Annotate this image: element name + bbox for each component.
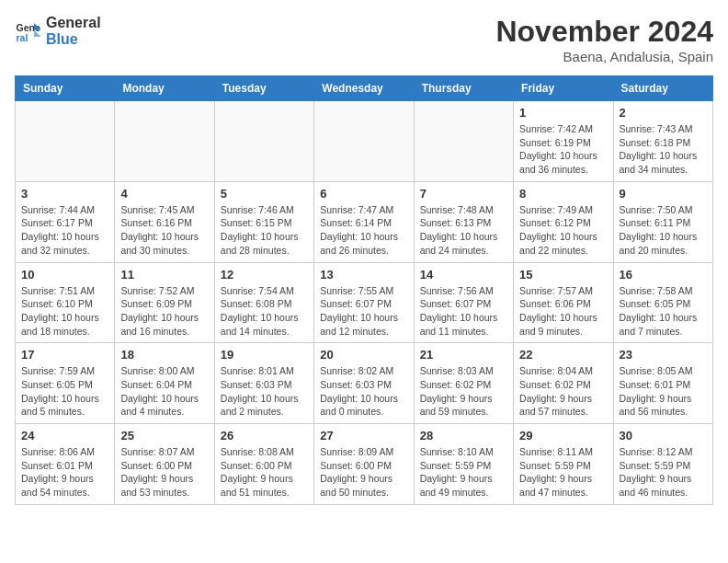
day-number: 29	[519, 429, 607, 442]
calendar-body: 1Sunrise: 7:42 AM Sunset: 6:19 PM Daylig…	[16, 101, 713, 505]
day-number: 11	[120, 268, 208, 282]
day-info: Sunrise: 8:04 AM Sunset: 6:02 PM Dayligh…	[519, 364, 607, 419]
day-number: 25	[120, 429, 208, 442]
calendar-day-cell	[414, 101, 513, 182]
day-info: Sunrise: 7:43 AM Sunset: 6:18 PM Dayligh…	[620, 122, 707, 177]
logo: Gene ral General Blue	[15, 15, 101, 47]
day-info: Sunrise: 7:45 AM Sunset: 6:16 PM Dayligh…	[120, 203, 208, 258]
day-number: 5	[221, 187, 308, 201]
day-number: 21	[420, 348, 507, 362]
day-info: Sunrise: 7:48 AM Sunset: 6:13 PM Dayligh…	[420, 203, 507, 258]
calendar-day-cell	[314, 101, 414, 182]
day-info: Sunrise: 7:55 AM Sunset: 6:07 PM Dayligh…	[320, 284, 407, 339]
day-number: 12	[221, 268, 308, 282]
day-info: Sunrise: 8:01 AM Sunset: 6:03 PM Dayligh…	[221, 364, 308, 419]
day-info: Sunrise: 7:44 AM Sunset: 6:17 PM Dayligh…	[21, 203, 108, 258]
calendar-day-cell: 6Sunrise: 7:47 AM Sunset: 6:14 PM Daylig…	[314, 181, 414, 262]
calendar-day-cell	[214, 101, 313, 182]
calendar-day-cell: 14Sunrise: 7:56 AM Sunset: 6:07 PM Dayli…	[414, 262, 513, 343]
calendar-day-cell: 5Sunrise: 7:46 AM Sunset: 6:15 PM Daylig…	[214, 181, 313, 262]
day-number: 3	[21, 187, 108, 201]
weekday-header-row: SundayMondayTuesdayWednesdayThursdayFrid…	[16, 76, 713, 101]
day-info: Sunrise: 8:06 AM Sunset: 6:01 PM Dayligh…	[21, 445, 108, 500]
calendar-day-cell: 9Sunrise: 7:50 AM Sunset: 6:11 PM Daylig…	[613, 181, 712, 262]
day-number: 10	[21, 268, 108, 282]
day-number: 2	[620, 106, 707, 120]
day-info: Sunrise: 7:56 AM Sunset: 6:07 PM Dayligh…	[420, 284, 507, 339]
day-info: Sunrise: 7:58 AM Sunset: 6:05 PM Dayligh…	[620, 284, 707, 339]
day-info: Sunrise: 8:11 AM Sunset: 5:59 PM Dayligh…	[519, 445, 607, 500]
calendar-day-cell: 25Sunrise: 8:07 AM Sunset: 6:00 PM Dayli…	[115, 424, 214, 505]
calendar-day-cell	[115, 101, 214, 182]
calendar-day-cell: 8Sunrise: 7:49 AM Sunset: 6:12 PM Daylig…	[514, 181, 613, 262]
svg-text:ral: ral	[17, 31, 28, 42]
calendar-week-row: 24Sunrise: 8:06 AM Sunset: 6:01 PM Dayli…	[16, 424, 713, 505]
calendar-day-cell: 20Sunrise: 8:02 AM Sunset: 6:03 PM Dayli…	[314, 343, 414, 424]
day-number: 14	[420, 268, 507, 282]
calendar-day-cell: 30Sunrise: 8:12 AM Sunset: 5:59 PM Dayli…	[613, 424, 712, 505]
month-title: November 2024	[495, 15, 713, 49]
calendar-table: SundayMondayTuesdayWednesdayThursdayFrid…	[15, 75, 713, 505]
logo-text-blue: Blue	[46, 31, 101, 48]
weekday-header-cell: Saturday	[613, 76, 712, 101]
calendar-day-cell: 10Sunrise: 7:51 AM Sunset: 6:10 PM Dayli…	[16, 262, 115, 343]
day-number: 30	[620, 429, 707, 442]
day-number: 22	[519, 348, 607, 362]
calendar-day-cell: 23Sunrise: 8:05 AM Sunset: 6:01 PM Dayli…	[613, 343, 712, 424]
calendar-day-cell: 29Sunrise: 8:11 AM Sunset: 5:59 PM Dayli…	[514, 424, 613, 505]
day-info: Sunrise: 8:00 AM Sunset: 6:04 PM Dayligh…	[120, 364, 208, 419]
weekday-header-cell: Monday	[115, 76, 214, 101]
calendar-day-cell: 26Sunrise: 8:08 AM Sunset: 6:00 PM Dayli…	[214, 424, 313, 505]
weekday-header-cell: Sunday	[16, 76, 115, 101]
day-number: 8	[519, 187, 607, 201]
day-info: Sunrise: 8:02 AM Sunset: 6:03 PM Dayligh…	[320, 364, 407, 419]
calendar-day-cell: 11Sunrise: 7:52 AM Sunset: 6:09 PM Dayli…	[115, 262, 214, 343]
day-number: 15	[519, 268, 607, 282]
day-info: Sunrise: 7:50 AM Sunset: 6:11 PM Dayligh…	[620, 203, 707, 258]
calendar-day-cell	[16, 101, 115, 182]
calendar-day-cell: 21Sunrise: 8:03 AM Sunset: 6:02 PM Dayli…	[414, 343, 513, 424]
day-number: 27	[320, 429, 407, 442]
day-number: 19	[221, 348, 308, 362]
calendar-week-row: 3Sunrise: 7:44 AM Sunset: 6:17 PM Daylig…	[16, 181, 713, 262]
day-number: 1	[519, 106, 607, 120]
day-number: 17	[21, 348, 108, 362]
logo-text-general: General	[46, 15, 101, 31]
day-info: Sunrise: 8:07 AM Sunset: 6:00 PM Dayligh…	[120, 445, 208, 500]
day-info: Sunrise: 7:46 AM Sunset: 6:15 PM Dayligh…	[221, 203, 308, 258]
day-number: 26	[221, 429, 308, 442]
location: Baena, Andalusia, Spain	[495, 49, 713, 64]
weekday-header-cell: Friday	[514, 76, 613, 101]
title-block: November 2024 Baena, Andalusia, Spain	[495, 15, 713, 64]
day-number: 9	[620, 187, 707, 201]
day-info: Sunrise: 8:10 AM Sunset: 5:59 PM Dayligh…	[420, 445, 507, 500]
day-info: Sunrise: 8:12 AM Sunset: 5:59 PM Dayligh…	[620, 445, 707, 500]
calendar-week-row: 1Sunrise: 7:42 AM Sunset: 6:19 PM Daylig…	[16, 101, 713, 182]
page-header: Gene ral General Blue November 2024 Baen…	[15, 15, 713, 64]
calendar-day-cell: 3Sunrise: 7:44 AM Sunset: 6:17 PM Daylig…	[16, 181, 115, 262]
calendar-day-cell: 19Sunrise: 8:01 AM Sunset: 6:03 PM Dayli…	[214, 343, 313, 424]
calendar-week-row: 10Sunrise: 7:51 AM Sunset: 6:10 PM Dayli…	[16, 262, 713, 343]
calendar-day-cell: 17Sunrise: 7:59 AM Sunset: 6:05 PM Dayli…	[16, 343, 115, 424]
calendar-day-cell: 18Sunrise: 8:00 AM Sunset: 6:04 PM Dayli…	[115, 343, 214, 424]
day-number: 24	[21, 429, 108, 442]
day-number: 20	[320, 348, 407, 362]
calendar-day-cell: 4Sunrise: 7:45 AM Sunset: 6:16 PM Daylig…	[115, 181, 214, 262]
day-number: 16	[620, 268, 707, 282]
day-number: 4	[120, 187, 208, 201]
day-info: Sunrise: 7:57 AM Sunset: 6:06 PM Dayligh…	[519, 284, 607, 339]
day-info: Sunrise: 8:05 AM Sunset: 6:01 PM Dayligh…	[620, 364, 707, 419]
calendar-week-row: 17Sunrise: 7:59 AM Sunset: 6:05 PM Dayli…	[16, 343, 713, 424]
logo-icon: Gene ral	[15, 17, 42, 45]
day-info: Sunrise: 8:03 AM Sunset: 6:02 PM Dayligh…	[420, 364, 507, 419]
day-info: Sunrise: 7:59 AM Sunset: 6:05 PM Dayligh…	[21, 364, 108, 419]
day-number: 23	[620, 348, 707, 362]
calendar-day-cell: 2Sunrise: 7:43 AM Sunset: 6:18 PM Daylig…	[613, 101, 712, 182]
calendar-day-cell: 27Sunrise: 8:09 AM Sunset: 6:00 PM Dayli…	[314, 424, 414, 505]
day-info: Sunrise: 7:49 AM Sunset: 6:12 PM Dayligh…	[519, 203, 607, 258]
day-info: Sunrise: 7:52 AM Sunset: 6:09 PM Dayligh…	[120, 284, 208, 339]
calendar-day-cell: 15Sunrise: 7:57 AM Sunset: 6:06 PM Dayli…	[514, 262, 613, 343]
day-info: Sunrise: 7:42 AM Sunset: 6:19 PM Dayligh…	[519, 122, 607, 177]
day-number: 18	[120, 348, 208, 362]
calendar-day-cell: 12Sunrise: 7:54 AM Sunset: 6:08 PM Dayli…	[214, 262, 313, 343]
